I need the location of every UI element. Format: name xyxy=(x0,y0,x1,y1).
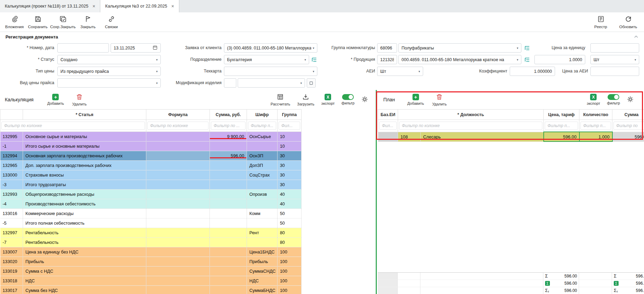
calc-cell-sum[interactable] xyxy=(210,238,247,247)
calc-cell-id[interactable]: 132993 xyxy=(0,190,23,199)
calc-table-row[interactable]: -5Итого полная себестоимость50 xyxy=(0,218,302,228)
nomenclature-group-tree-button[interactable] xyxy=(523,43,532,53)
calc-cell-code[interactable]: СуммаБНДС xyxy=(247,286,278,294)
calc-filter-formula-input[interactable] xyxy=(147,122,208,130)
plan-delete-button[interactable]: Удалить xyxy=(432,93,447,106)
calc-col-sum-header[interactable]: Сумма, руб. xyxy=(210,110,247,120)
collapse-section-icon[interactable] xyxy=(634,34,639,39)
calc-cell-group[interactable]: 30 xyxy=(278,180,302,190)
panel-splitter[interactable] xyxy=(376,90,377,294)
calc-cell-article[interactable]: Прибыль xyxy=(23,257,146,267)
calc-cell-code[interactable]: СуммаСНДС xyxy=(247,267,278,276)
calc-cell-article[interactable]: Доп. зарплата производственных рабочих xyxy=(23,161,146,170)
calc-table-row[interactable]: 133018НДСНДС100 xyxy=(0,276,302,286)
calc-filter-article-input[interactable] xyxy=(1,122,145,130)
calc-cell-formula[interactable] xyxy=(146,132,210,142)
calc-filter-code-input[interactable] xyxy=(248,122,276,130)
calc-cell-id[interactable]: 132994 xyxy=(0,151,23,161)
nomenclature-group-code-input[interactable]: 68096 xyxy=(377,43,397,53)
calc-cell-id[interactable]: 133019 xyxy=(0,267,23,276)
calc-cell-sum[interactable] xyxy=(210,180,247,190)
calc-cell-sum[interactable] xyxy=(210,199,247,209)
calc-table-row[interactable]: -4Производственная себестоимость40 xyxy=(0,199,302,209)
calc-col-group-header[interactable]: Группа xyxy=(278,110,302,120)
nomenclature-group-select[interactable]: Полуфабрикаты▾ xyxy=(398,43,521,53)
calc-cell-article[interactable]: Рентабельность xyxy=(23,238,146,247)
save-close-button[interactable]: Сохр.Закрыть xyxy=(50,13,76,31)
calc-cell-code[interactable]: НДС xyxy=(247,276,278,286)
plan-filter-toggle[interactable]: фильтр xyxy=(607,94,620,105)
calc-cell-formula[interactable] xyxy=(146,257,210,267)
tech-card-select[interactable]: ▾ xyxy=(224,67,317,76)
calc-cell-code[interactable]: Комм xyxy=(247,209,278,218)
calc-cell-id[interactable]: -4 xyxy=(0,199,23,209)
calc-cell-group[interactable]: 30 xyxy=(278,161,302,170)
calc-cell-formula[interactable] xyxy=(146,267,210,276)
calc-cell-formula[interactable] xyxy=(146,286,210,294)
calc-cell-group[interactable]: 40 xyxy=(278,199,302,209)
plan-filter-base-unit-input[interactable] xyxy=(379,122,397,130)
calc-cell-article[interactable]: Сумма с НДС xyxy=(23,267,146,276)
calc-cell-article[interactable]: Производственная себестоимость xyxy=(23,199,146,209)
calc-cell-article[interactable]: Итого сырье и основные материалы xyxy=(23,142,146,151)
calc-cell-formula[interactable] xyxy=(146,228,210,238)
calc-calculate-button[interactable]: Рассчитать xyxy=(271,93,290,106)
document-date-input[interactable]: 13.11.2025 xyxy=(111,43,161,53)
toggle-switch-icon[interactable] xyxy=(608,94,619,100)
calc-cell-formula[interactable] xyxy=(146,190,210,199)
close-button[interactable]: Закрыть xyxy=(77,13,99,31)
status-select[interactable]: Создано▾ xyxy=(57,55,161,64)
calc-cell-sum[interactable] xyxy=(210,209,247,218)
calc-cell-group[interactable]: 10 xyxy=(278,132,302,142)
production-code-input[interactable]: 121328 xyxy=(377,55,397,64)
plan-col-quantity-header[interactable]: Количество xyxy=(579,110,612,120)
save-button[interactable]: Сохранить xyxy=(27,13,49,31)
calc-cell-sum[interactable] xyxy=(210,257,247,267)
price-type-select[interactable]: Из предыдущего прайса▾ xyxy=(57,67,161,76)
aei-select[interactable]: Шт▾ xyxy=(377,67,423,76)
calc-cell-article[interactable]: Основная зарплата производственных рабоч… xyxy=(23,151,146,161)
calc-cell-formula[interactable] xyxy=(146,238,210,247)
unit-price-input[interactable] xyxy=(590,43,639,53)
calendar-icon[interactable] xyxy=(152,45,158,51)
calc-cell-formula[interactable] xyxy=(146,199,210,209)
calc-table-row[interactable]: 132965Доп. зарплата производственных раб… xyxy=(0,161,302,170)
modification-select[interactable]: ▾ xyxy=(238,78,305,88)
calc-cell-group[interactable]: 50 xyxy=(278,218,302,228)
plan-filter-quantity-input[interactable] xyxy=(580,122,611,130)
calc-cell-group[interactable]: 100 xyxy=(278,267,302,276)
calc-cell-id[interactable]: 133000 xyxy=(0,170,23,180)
calc-cell-article[interactable]: Рентабельность xyxy=(23,228,146,238)
calc-table-row[interactable]: 133019Сумма с НДССуммаСНДС100 xyxy=(0,267,302,276)
close-tab-icon[interactable]: × xyxy=(92,4,95,9)
calc-cell-id[interactable]: 133016 xyxy=(0,209,23,218)
plan-col-price-header[interactable]: Цена, тариф xyxy=(544,110,579,120)
calc-cell-code[interactable]: Опроизв xyxy=(247,190,278,199)
plan-table-row[interactable]: 108Слесарь596.001.000596.00 xyxy=(378,132,644,142)
calc-cell-sum[interactable] xyxy=(210,142,247,151)
close-tab-icon[interactable]: × xyxy=(171,4,174,9)
plan-cell-base-unit[interactable] xyxy=(378,132,398,142)
calc-col-id-header[interactable] xyxy=(0,110,23,120)
plan-cell-quantity[interactable]: 1.000 xyxy=(579,132,612,142)
coefficient-input[interactable]: 1.000000 xyxy=(510,67,555,76)
calc-cell-formula[interactable] xyxy=(146,209,210,218)
quantity-input[interactable]: 1.0000 xyxy=(534,55,585,64)
calc-cell-id[interactable]: 132995 xyxy=(0,132,23,142)
calc-cell-group[interactable]: 100 xyxy=(278,247,302,257)
calc-cell-sum[interactable] xyxy=(210,267,247,276)
calc-cell-sum[interactable] xyxy=(210,228,247,238)
plan-add-button[interactable]: + Добавить xyxy=(407,94,424,105)
calc-table-row[interactable]: -7Рентабельность80 xyxy=(0,238,302,247)
calc-cell-article[interactable]: Страховые взносы xyxy=(23,170,146,180)
calc-col-formula-header[interactable]: Формула xyxy=(146,110,210,120)
calc-cell-formula[interactable] xyxy=(146,180,210,190)
calc-cell-formula[interactable] xyxy=(146,218,210,228)
plan-filter-price-input[interactable] xyxy=(545,122,578,130)
plan-cell-id[interactable]: 108 xyxy=(398,132,421,142)
calc-table-row[interactable]: 132997РентабельностьРент80 xyxy=(0,228,302,238)
calc-delete-button[interactable]: Удалить xyxy=(72,93,87,106)
calc-cell-group[interactable]: 40 xyxy=(278,190,302,199)
plan-cell-price[interactable]: 596.00 xyxy=(544,132,579,142)
calc-cell-code[interactable]: Цена1БНДС xyxy=(247,247,278,257)
